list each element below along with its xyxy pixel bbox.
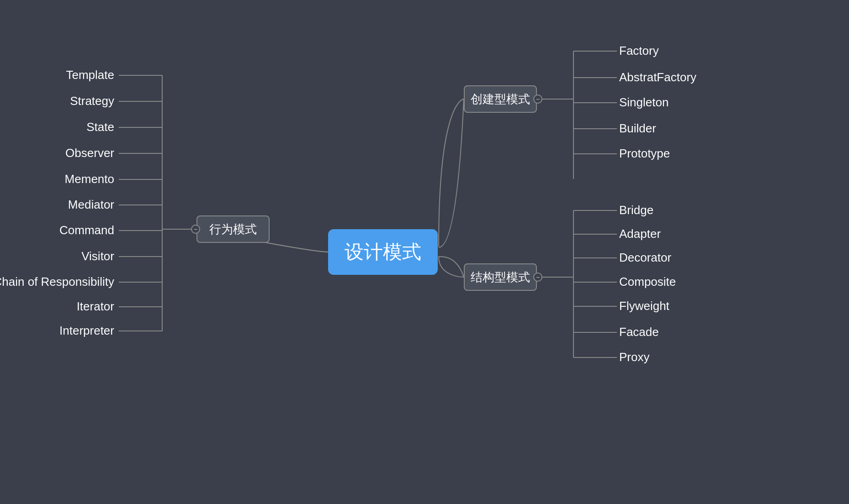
structural-node[interactable]: 结构型模式 − xyxy=(464,263,537,291)
leaf-factory: Factory xyxy=(619,44,659,58)
leaf-facade: Facade xyxy=(619,325,659,339)
leaf-memento: Memento xyxy=(65,172,114,186)
leaf-chain: Chain of Responsibility xyxy=(0,275,114,289)
creational-collapse-btn[interactable]: − xyxy=(533,94,542,104)
leaf-composite: Composite xyxy=(619,275,676,289)
leaf-mediator: Mediator xyxy=(68,198,114,211)
leaf-observer: Observer xyxy=(65,146,114,160)
leaf-builder: Builder xyxy=(619,121,656,135)
behavioral-node[interactable]: 行为模式 − xyxy=(196,215,270,243)
leaf-visitor: Visitor xyxy=(81,249,114,263)
leaf-proxy: Proxy xyxy=(619,350,649,364)
leaf-singleton: Singleton xyxy=(619,95,669,109)
leaf-interpreter: Interpreter xyxy=(59,324,114,337)
leaf-template: Template xyxy=(66,68,115,82)
leaf-adapter: Adapter xyxy=(619,227,661,241)
leaf-flyweight: Flyweight xyxy=(619,299,670,313)
leaf-command: Command xyxy=(59,223,114,237)
behavioral-collapse-btn[interactable]: − xyxy=(191,225,200,234)
leaf-prototype: Prototype xyxy=(619,147,670,160)
leaf-bridge: Bridge xyxy=(619,203,653,217)
center-node: 设计模式 xyxy=(328,229,438,275)
leaf-strategy: Strategy xyxy=(70,94,114,108)
leaf-abstratfactory: AbstratFactory xyxy=(619,70,696,84)
leaf-iterator: Iterator xyxy=(77,299,115,313)
leaf-state: State xyxy=(86,120,114,134)
structural-collapse-btn[interactable]: − xyxy=(533,273,542,282)
leaf-decorator: Decorator xyxy=(619,251,671,264)
creational-node[interactable]: 创建型模式 − xyxy=(464,85,537,113)
